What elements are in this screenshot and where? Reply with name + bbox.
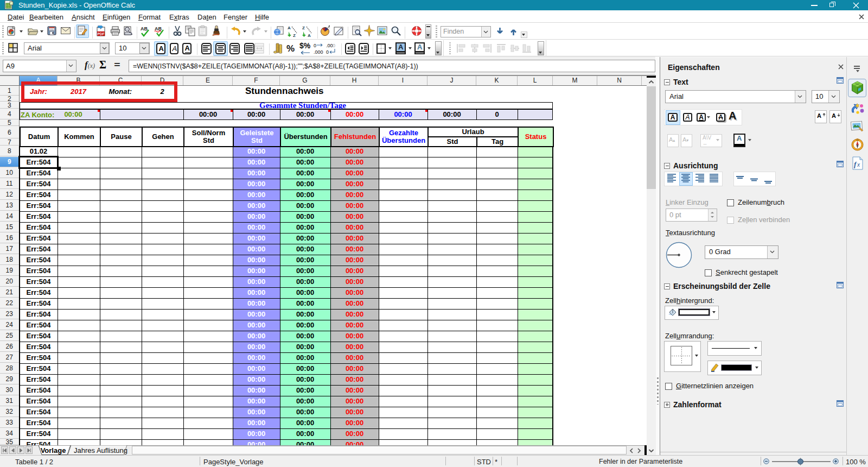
svg-text:A: A bbox=[308, 33, 311, 37]
svg-text:Z: Z bbox=[302, 26, 305, 30]
svg-text:x: x bbox=[857, 162, 860, 168]
svg-text:Z: Z bbox=[293, 33, 296, 37]
svg-text:PDF: PDF bbox=[98, 32, 105, 36]
svg-text:A: A bbox=[288, 26, 291, 30]
svg-text:.000: .000 bbox=[314, 49, 323, 55]
svg-text:0: 0 bbox=[314, 43, 316, 48]
svg-text:.00: .00 bbox=[326, 43, 333, 48]
svg-text:0: 0 bbox=[333, 43, 335, 48]
svg-text:0: 0 bbox=[326, 49, 329, 55]
svg-text:AB: AB bbox=[141, 26, 148, 31]
